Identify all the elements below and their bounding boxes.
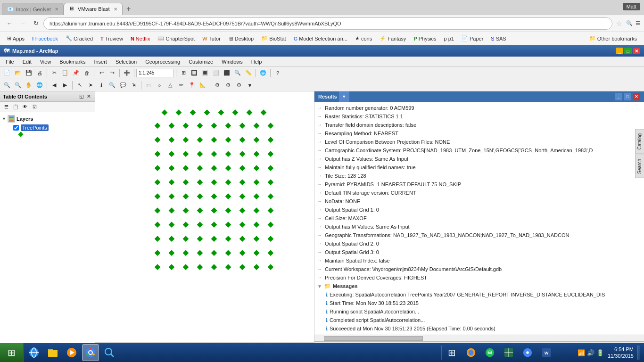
toolbar-html[interactable]: 🖱 [129,80,139,90]
toolbar-zoom-out[interactable]: 🔳 [200,68,210,78]
settings-icon[interactable]: ☰ [636,20,640,26]
toolbar-delete[interactable]: 🗑 [82,68,92,78]
menu-windows[interactable]: Windows [218,58,247,66]
bookmark-cons[interactable]: ★ cons [352,34,375,42]
toolbar-back[interactable]: ◀ [49,80,59,90]
menu-edit[interactable]: Edit [19,58,35,66]
bookmark-paper[interactable]: 📄 Paper [458,34,487,42]
toolbar-extra2[interactable]: ⚙ [223,80,233,90]
bookmark-truview[interactable]: T Truview [97,35,126,42]
search-tab[interactable]: Search [635,155,644,178]
toolbar-pan[interactable]: ✋ [24,80,34,90]
taskbar-media[interactable] [63,344,80,361]
bookmark-cracked[interactable]: 🔧 Cracked [62,34,96,42]
menu-file[interactable]: File [2,58,18,66]
menu-insert[interactable]: Insert [90,58,111,66]
taskbar-bottom-firefox[interactable] [462,344,479,361]
results-minimize-button[interactable]: _ [615,93,622,100]
toolbar-measure[interactable]: 📏 [243,68,254,78]
toc-layer-checkbox[interactable] [13,125,19,131]
tab-vmware[interactable]: 🖥 VMware Blast ✕ [64,3,123,15]
back-button[interactable]: ← [4,18,15,29]
bookmark-p1[interactable]: p p1 [441,35,457,42]
taskbar-bottom-chrome2[interactable] [519,344,536,361]
menu-customize[interactable]: Customize [185,58,217,66]
toolbar-pin[interactable]: 📍 [187,80,197,90]
toolbar-ruler[interactable]: 📐 [198,80,208,90]
toc-select-view[interactable]: ☑ [30,103,39,111]
toolbar-identify[interactable]: 🔍 [232,68,243,78]
toolbar-paste[interactable]: 📌 [71,68,81,78]
toolbar-zoom-full[interactable]: ⊞ [178,68,189,78]
menu-help[interactable]: Help [248,58,266,66]
toolbar-polygon[interactable]: △ [165,80,175,90]
bookmark-apps[interactable]: ⊞ Apps [4,34,28,42]
bookmark-facebook[interactable]: f Facebook [29,35,61,42]
toolbar-tip[interactable]: 💬 [118,80,128,90]
maximize-button[interactable]: □ [624,48,632,54]
new-tab-button[interactable]: + [123,3,135,15]
taskbar-search[interactable] [101,344,118,361]
tab-inbox-close[interactable]: ✕ [55,7,58,12]
bookmark-star[interactable]: ☆ [616,20,622,27]
taskbar-bottom-excel[interactable] [500,344,517,361]
taskbar-bottom-spotify[interactable] [481,344,498,361]
toolbar-new[interactable]: 📄 [2,68,12,78]
toolbar-redo[interactable]: ↪ [107,68,117,78]
bookmark-desktop[interactable]: 🖥 Desktop [225,35,257,42]
toolbar-lasso[interactable]: ○ [154,80,165,90]
toolbar-add-data[interactable]: ➕ [122,68,132,78]
toolbar-select[interactable]: ↖ [74,80,85,90]
bookmark-biostat[interactable]: 📁 BioStat [258,34,289,42]
menu-selection[interactable]: Selection [112,58,140,66]
toolbar-search2[interactable]: 🔍 [107,80,117,90]
map-view[interactable]: ◀ ▶ ◀ ▶ ▶ [95,91,314,352]
toolbar-identify2[interactable]: ℹ [96,80,107,90]
scale-input[interactable] [136,69,174,77]
toolbar-save[interactable]: 💾 [24,68,34,78]
results-close-button[interactable]: ✕ [633,93,640,100]
bookmark-netflix[interactable]: N Netflix [127,35,154,42]
bookmark-model[interactable]: G Model Selection an... [290,35,351,42]
toolbar-print[interactable]: 🖨 [34,68,45,78]
toolbar-arrow[interactable]: ➤ [85,80,96,90]
catalog-tab[interactable]: Catalog [635,129,644,154]
tab-vmware-close[interactable]: ✕ [114,7,117,12]
tab-inbox[interactable]: 📧 Inbox | GeoNet ✕ [2,3,64,15]
menu-geoprocessing[interactable]: Geoprocessing [141,58,184,66]
taskbar-explorer[interactable] [44,344,61,361]
bookmark-other[interactable]: 📁 Other bookmarks [586,34,640,42]
minimize-button[interactable]: _ [616,48,623,54]
toolbar-edit[interactable]: ✏ [176,80,186,90]
menu-bookmarks[interactable]: Bookmarks [56,58,89,66]
close-button[interactable]: ✕ [633,48,640,54]
toolbar-select2[interactable]: □ [143,80,154,90]
results-dropdown-button[interactable]: ▼ [339,91,349,102]
taskbar-clock[interactable]: 6:54 PM 11/30/2015 [608,346,634,360]
bookmark-tutor[interactable]: W Tutor [199,35,224,42]
toolbar-zoom-plus[interactable]: 🔍 [13,80,23,90]
toolbar-forward[interactable]: ▶ [60,80,70,90]
taskbar-ie[interactable] [25,344,42,361]
toolbar-extra4[interactable]: ▼ [245,80,255,90]
toolbar-extra3[interactable]: ⚙ [234,80,244,90]
toc-layer-treepoints[interactable]: TreePoints [2,123,93,132]
toolbar-zoom-next[interactable]: ⬛ [222,68,232,78]
toolbar-zoom-in[interactable]: 🔲 [189,68,199,78]
toolbar-help[interactable]: ? [272,68,283,78]
taskbar-bottom-word[interactable]: W [538,344,555,361]
taskbar-bottom-windows[interactable]: ⊞ [444,344,461,361]
results-h-scrollbar-thumb[interactable] [324,336,423,341]
toolbar-cut[interactable]: ✂ [49,68,59,78]
toolbar-open[interactable]: 📂 [13,68,23,78]
toc-list-view[interactable]: ☰ [2,103,10,111]
bookmark-chapterspot[interactable]: 📖 ChapterSpot [154,34,198,42]
toolbar-extra1[interactable]: ⚙ [212,80,223,90]
toc-layers-group[interactable]: ▼ Layers [2,114,93,123]
toolbar-globe[interactable]: 🌐 [258,68,268,78]
toolbar-globe2[interactable]: 🌐 [34,80,45,90]
reload-button[interactable]: ↻ [30,18,41,29]
bookmark-sas[interactable]: S SAS [487,35,509,42]
results-h-scrollbar[interactable] [314,335,644,341]
toolbar-copy[interactable]: 📋 [60,68,70,78]
